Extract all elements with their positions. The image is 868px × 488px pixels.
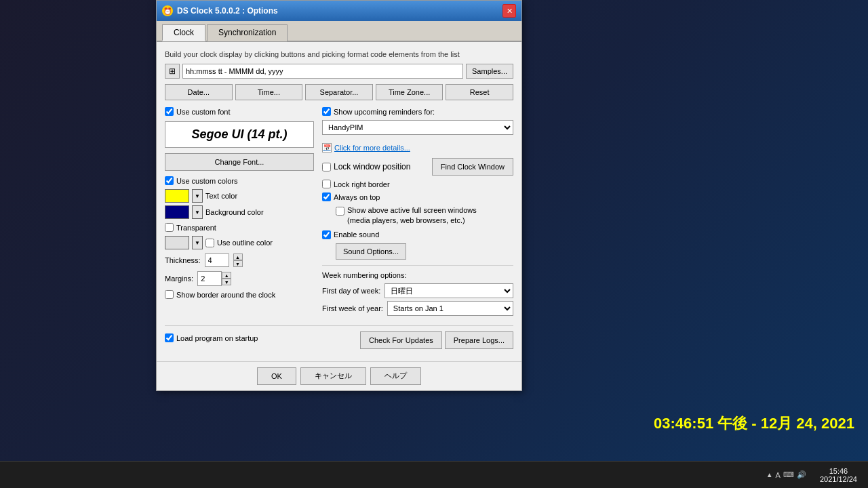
enable-sound-label: Enable sound [334,230,379,239]
keyboard-icon[interactable]: ⌨ [783,470,794,479]
background-color-label: Background color [205,208,264,216]
dialog-body: Build your clock display by clicking but… [157,42,521,361]
time-button[interactable]: Time... [235,84,303,100]
right-column: Show upcoming reminders for: HandyPIM 📅 … [322,107,513,319]
expand-icon[interactable]: ▲ [766,471,773,479]
details-link-row[interactable]: 📅 Click for more details... [322,143,513,152]
first-week-label: First week of year: [322,304,383,312]
cancel-button[interactable]: キャンセル [300,367,366,385]
tab-clock[interactable]: Clock [162,24,205,41]
sound-options-button[interactable]: Sound Options... [336,243,406,260]
lock-border-label: Lock right border [334,180,390,188]
separator-button[interactable]: Separator... [305,84,373,100]
format-buttons-row: Date... Time... Separator... Time Zone..… [165,84,513,100]
outline-color-dropdown[interactable]: ▼ [192,236,203,249]
dialog-titlebar: ⏰ DS Clock 5.0.0.2 : Options ✕ [157,1,521,21]
change-font-button[interactable]: Change Font... [165,153,314,171]
text-color-row: ▼ Text color [165,189,314,203]
help-button[interactable]: ヘルプ [370,367,421,385]
use-custom-colors-checkbox[interactable] [165,176,174,185]
margins-row: Margins: ▲ ▼ [165,271,314,286]
reset-button[interactable]: Reset [446,84,513,100]
first-day-row: First day of week: 日曜日 [322,283,513,298]
text-color-dropdown[interactable]: ▼ [192,189,203,203]
show-above-fullscreen-text: Show above active full screen windows (m… [347,205,477,226]
bottom-row: Load program on startup Check For Update… [165,331,513,349]
separator [322,265,513,266]
thickness-down-button[interactable]: ▼ [233,260,243,267]
thickness-up-button[interactable]: ▲ [233,253,243,260]
margins-down-button[interactable]: ▼ [222,279,231,285]
tab-synchronization[interactable]: Synchronization [207,24,288,41]
action-buttons: Check For Updates Prepare Logs... [360,331,513,349]
lock-border-checkbox[interactable] [322,180,331,188]
taskbar-icons: ▲ A ⌨ 🔊 [762,470,810,479]
show-border-checkbox[interactable] [165,290,174,299]
use-custom-font-checkbox[interactable] [165,107,174,116]
thickness-row: Thickness: ▲ ▼ [165,253,314,267]
first-day-label: First day of week: [322,287,380,295]
prepare-logs-button[interactable]: Prepare Logs... [445,331,513,349]
bottom-section: Load program on startup Check For Update… [165,325,513,349]
show-above-fullscreen-checkbox[interactable] [336,207,344,216]
font-display: Segoe UI (14 pt.) [165,121,314,148]
desktop: 03:46:51 午後 - 12月 24, 2021 ⏰ DS Clock 5.… [0,0,868,488]
font-icon[interactable]: A [776,471,781,479]
left-column: Use custom font Segoe UI (14 pt.) Change… [165,107,314,319]
always-on-top-label: Always on top [334,193,380,201]
options-dialog: ⏰ DS Clock 5.0.0.2 : Options ✕ Clock Syn… [156,0,522,391]
lock-window-row: Lock window position Find Clock Window [322,158,513,176]
transparent-checkbox[interactable] [165,223,174,232]
taskbar-time: 15:46 2021/12/24 [814,466,863,485]
find-clock-button[interactable]: Find Clock Window [432,158,513,176]
timezone-button[interactable]: Time Zone... [376,84,443,100]
use-custom-font-row: Use custom font [165,107,314,116]
app-icon: ⏰ [162,5,173,16]
lock-window-label: Lock window position [334,162,410,171]
lock-border-row: Lock right border [322,180,513,188]
margins-input[interactable] [197,271,222,286]
transparent-row: Transparent [165,223,314,232]
details-link-text: Click for more details... [334,144,410,152]
load-program-checkbox[interactable] [165,333,174,342]
use-custom-colors-label: Use custom colors [176,177,237,185]
load-program-row: Load program on startup [165,333,258,342]
ok-button[interactable]: OK [257,367,296,385]
background-color-swatch[interactable] [165,205,189,219]
grid-icon[interactable]: ⊞ [165,64,180,79]
outline-color-checkbox[interactable] [205,239,214,247]
first-week-dropdown[interactable]: Starts on Jan 1 [387,301,513,316]
first-day-dropdown[interactable]: 日曜日 [384,283,513,298]
always-on-top-checkbox[interactable] [322,192,331,201]
check-updates-button[interactable]: Check For Updates [360,331,442,349]
margins-spinner-buttons: ▲ ▼ [222,272,231,285]
thickness-input[interactable] [205,253,229,267]
show-reminders-checkbox[interactable] [322,107,331,116]
transparent-label: Transparent [176,224,216,232]
desktop-clock: 03:46:51 午後 - 12月 24, 2021 [654,413,854,434]
format-input[interactable] [182,64,463,79]
show-border-label: Show border around the clock [176,291,275,299]
show-reminders-row: Show upcoming reminders for: [322,107,513,116]
outline-color-swatch[interactable] [165,236,189,249]
margins-up-button[interactable]: ▲ [222,272,231,279]
calendar-icon: 📅 [322,143,332,152]
text-color-swatch[interactable] [165,189,189,203]
dialog-title-text: DS Clock 5.0.0.2 : Options [177,6,278,16]
use-custom-font-label: Use custom font [176,108,230,116]
reminder-dropdown[interactable]: HandyPIM [322,120,513,135]
date-button[interactable]: Date... [165,84,233,100]
volume-icon[interactable]: 🔊 [797,470,806,479]
samples-button[interactable]: Samples... [466,64,513,79]
enable-sound-checkbox[interactable] [322,230,331,239]
close-button[interactable]: ✕ [502,4,516,18]
load-program-label: Load program on startup [176,334,258,342]
description-text: Build your clock display by clicking but… [165,50,513,58]
show-border-row: Show border around the clock [165,290,314,299]
lock-window-checkbox[interactable] [322,163,331,171]
taskbar-date-display: 2021/12/24 [820,475,857,483]
dialog-footer: OK キャンセル ヘルプ [157,361,521,390]
week-options-label: Week numbering options: [322,271,513,279]
background-color-dropdown[interactable]: ▼ [192,205,203,219]
dialog-tabs: Clock Synchronization [157,21,521,42]
